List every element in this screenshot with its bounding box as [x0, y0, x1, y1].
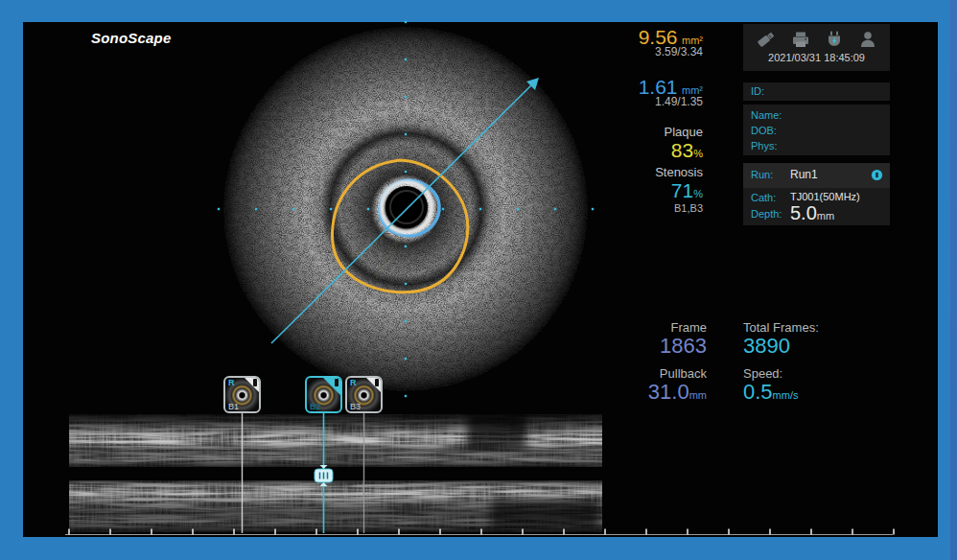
cath-label: Cath:	[751, 192, 776, 203]
bookmark-thumbnail-b3[interactable]: R B3	[345, 376, 383, 413]
bookmark-label: B2	[310, 402, 321, 411]
plaque-label: Plaque	[556, 125, 703, 139]
speed-label: Speed:	[743, 366, 897, 381]
plaque-value: 83%	[556, 139, 703, 162]
bookmark-glyph-icon	[335, 379, 338, 386]
datetime-display: 2021/03/31 18:45:09	[743, 52, 890, 63]
depth-value: 5.0mm	[790, 202, 834, 224]
run-label: Run:	[751, 169, 773, 180]
patient-info-box[interactable]: Name: DOB: Phys:	[743, 105, 890, 155]
vessel-diameters: 3.59/3.34	[556, 45, 703, 58]
catheter-depth-box: Cath: TJ001(50MHz) Depth: 5.0mm	[743, 188, 890, 225]
brand-logo: SonoScape	[91, 30, 172, 46]
power-icon[interactable]	[825, 30, 844, 49]
printer-icon[interactable]	[791, 30, 810, 49]
run-selector[interactable]: Run: Run1	[743, 163, 890, 188]
speed-value: 0.5mm/s	[743, 380, 897, 405]
recorded-marker: R	[228, 378, 235, 387]
name-label: Name:	[751, 109, 782, 121]
total-frames-label: Total Frames:	[743, 320, 897, 335]
bookmark-thumbnail-b2[interactable]: B2	[305, 376, 342, 413]
stenosis-reference: B1,B3	[556, 202, 703, 214]
depth-label: Depth:	[751, 208, 782, 220]
usb-icon[interactable]	[756, 30, 777, 49]
device-frame: SonoScape 9.56 mm² 3.59/3.34 1.61 mm² 1.…	[0, 0, 957, 560]
cath-value: TJ001(50MHz)	[790, 191, 860, 202]
longitudinal-view-top	[69, 412, 602, 467]
patient-id-box[interactable]: ID:	[743, 82, 890, 101]
pullback-value: 31.0mm	[556, 380, 707, 405]
stenosis-value: 71%	[556, 179, 703, 202]
longitudinal-view-bottom	[69, 480, 602, 532]
phys-label: Phys:	[751, 140, 778, 152]
run-record-icon[interactable]	[871, 169, 883, 181]
user-icon[interactable]	[858, 30, 877, 49]
dob-label: DOB:	[751, 125, 777, 136]
id-label: ID:	[751, 85, 764, 97]
total-frames-value: 3890	[743, 334, 897, 359]
frame-label: Frame	[556, 320, 707, 335]
catheter-artifact	[382, 182, 432, 232]
bookmark-glyph-icon	[375, 379, 379, 386]
recorded-marker: R	[350, 378, 357, 387]
pullback-label: Pullback	[556, 366, 707, 381]
bookmark-thumbnail-b1[interactable]: R B1	[223, 376, 261, 413]
lumen-diameters: 1.49/1.35	[556, 95, 703, 108]
system-status-box: 2021/03/31 18:45:09	[743, 24, 890, 71]
frame-number: 1863	[556, 334, 707, 359]
stenosis-label: Stenosis	[556, 165, 703, 179]
run-value: Run1	[790, 168, 818, 181]
bookmark-label: B1	[228, 402, 239, 411]
bookmark-label: B3	[350, 402, 361, 411]
bookmark-glyph-icon	[253, 379, 257, 386]
